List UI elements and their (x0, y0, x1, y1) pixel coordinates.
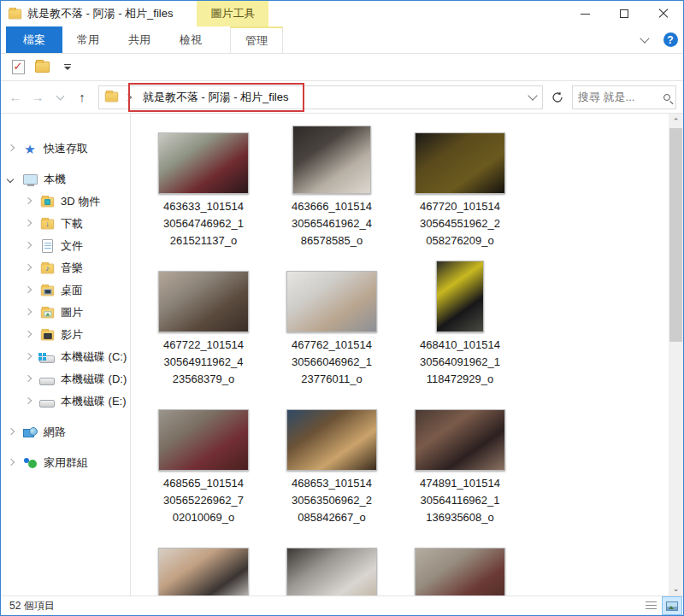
file-item[interactable]: 963773_10151430565121962_1450246371_o (396, 537, 524, 595)
tree-expander-icon[interactable] (8, 176, 15, 183)
sidebar-item[interactable]: 網路 (1, 421, 130, 443)
new-folder-button[interactable] (30, 56, 54, 79)
tree-expander-icon[interactable] (25, 354, 32, 361)
thumbnail-image[interactable] (286, 548, 377, 595)
close-button[interactable] (644, 1, 683, 26)
file-item[interactable]: 467722_10151430564911962_423568379_o (139, 261, 268, 388)
recent-locations-button[interactable] (49, 86, 71, 109)
file-item[interactable]: 467720_10151430564551962_2058276209_o (396, 122, 524, 249)
file-item[interactable]: 463633_10151430564746962_1261521137_o (139, 122, 268, 249)
tree-expander-icon[interactable] (25, 331, 32, 338)
thumbnail-image[interactable] (415, 409, 505, 471)
file-name[interactable]: 467762_10151430566046962_123776011_o (292, 337, 372, 388)
file-item[interactable]: 468653_10151430563506962_2085842667_o (268, 399, 396, 526)
tree-expander-icon[interactable] (25, 243, 32, 249)
up-button[interactable]: ↑ (71, 86, 93, 109)
thumbnail-image[interactable] (158, 548, 249, 595)
expand-ribbon-button[interactable] (632, 26, 657, 53)
sidebar-item[interactable]: ↓ 下載 (1, 213, 130, 235)
sidebar-item[interactable]: ♪ 音樂 (1, 257, 130, 279)
back-button[interactable]: ← (4, 86, 27, 109)
file-item[interactable]: 468410_10151430564091962_1118472929_o (396, 261, 524, 388)
file-name[interactable]: 468410_10151430564091962_1118472929_o (420, 337, 500, 388)
thumbnail-image[interactable] (158, 409, 249, 471)
sidebar-item[interactable]: 圖片 (1, 302, 130, 324)
thumbnail-image[interactable] (158, 271, 249, 332)
refresh-icon (551, 91, 563, 103)
file-name[interactable]: 474891_10151430564116962_1136935608_o (420, 475, 500, 526)
sidebar-item[interactable]: 本機磁碟 (D:) (1, 368, 130, 390)
thumbnail-image[interactable] (286, 271, 377, 332)
thumbnail-image[interactable] (415, 132, 505, 194)
file-name-line: 467720_101514 (420, 198, 500, 215)
file-name[interactable]: 468653_10151430563506962_2085842667_o (292, 475, 372, 526)
file-name[interactable]: 467722_10151430564911962_423568379_o (163, 337, 244, 388)
refresh-button[interactable] (546, 86, 569, 109)
file-name-line: 085842667_o (292, 509, 372, 526)
search-box[interactable]: 搜尋 就是... (572, 85, 676, 109)
sidebar-item[interactable]: ★ 快速存取 (1, 138, 130, 160)
address-path[interactable]: 就是教不落 - 阿湯 - 相片_files (138, 88, 293, 107)
vertical-scrollbar[interactable]: ⌃ ⌄ (669, 114, 683, 595)
file-item[interactable]: 736790_10151430566061962_8642605_o (268, 537, 396, 595)
scroll-down-button[interactable]: ⌄ (669, 581, 683, 595)
tree-expander-icon[interactable] (8, 145, 15, 152)
sidebar-item[interactable]: 3D 物件 (1, 191, 130, 213)
tree-expander-icon[interactable] (25, 265, 32, 272)
file-name[interactable]: 463633_10151430564746962_1261521137_o (163, 198, 244, 249)
file-name-line: 474891_101514 (420, 475, 500, 492)
sidebar-item[interactable]: 本機磁碟 (C:) (1, 346, 130, 368)
sidebar-item[interactable]: 影片 (1, 324, 130, 346)
thumbnail-image[interactable] (158, 132, 249, 194)
thumbnail-image[interactable] (286, 409, 377, 471)
file-item[interactable]: 468565_10151430565226962_702010069_o (139, 399, 268, 526)
file-item[interactable]: 463666_10151430565461962_486578585_o (268, 122, 396, 249)
tree-expander-icon[interactable] (25, 376, 32, 383)
thumbnail-image[interactable] (292, 126, 371, 194)
sidebar-item[interactable]: 文件 (1, 235, 130, 257)
tree-expander-icon[interactable] (25, 287, 32, 294)
file-name-line: 30565461962_4 (292, 215, 372, 232)
tree-expander-icon[interactable] (8, 429, 15, 436)
thumbnail-wrap (139, 122, 268, 194)
tab-share[interactable]: 共用 (114, 26, 165, 53)
tree-expander-icon[interactable] (25, 198, 32, 205)
file-item[interactable]: 467762_10151430566046962_123776011_o (268, 261, 396, 388)
scrollbar-track[interactable] (669, 128, 683, 581)
file-name-line: 136935608_o (420, 509, 500, 526)
address-dropdown-button[interactable] (523, 96, 542, 99)
file-item[interactable]: 703664_10151430565526962_1371376848_o (139, 537, 268, 595)
thumbnails-view-button[interactable] (662, 596, 682, 615)
sidebar-item[interactable]: 桌面 (1, 279, 130, 302)
file-name[interactable]: 463666_10151430565461962_486578585_o (292, 198, 372, 249)
scroll-up-button[interactable]: ⌃ (669, 114, 683, 128)
scrollbar-thumb[interactable] (669, 128, 682, 342)
tab-home[interactable]: 常用 (62, 26, 114, 53)
sidebar-item[interactable]: 本機磁碟 (E:) (1, 390, 130, 413)
file-name[interactable]: 468565_10151430565226962_702010069_o (163, 475, 244, 526)
customize-qat-button[interactable] (54, 56, 78, 79)
maximize-button[interactable] (604, 1, 644, 26)
tab-file[interactable]: 檔案 (6, 26, 62, 53)
details-view-button[interactable] (640, 596, 661, 615)
tree-expander-icon[interactable] (25, 309, 32, 316)
tree-expander-icon[interactable] (25, 220, 32, 227)
thumbnail-image[interactable] (436, 261, 484, 332)
forward-icon: → (32, 90, 44, 104)
help-button[interactable]: ? (657, 26, 683, 53)
file-item[interactable]: 474891_10151430564116962_1136935608_o (396, 399, 524, 526)
properties-button[interactable] (6, 56, 30, 79)
status-bar: 52 個項目 (1, 595, 683, 615)
forward-button[interactable]: → (27, 86, 49, 109)
address-bar[interactable]: 就是教不落 - 阿湯 - 相片_files (98, 85, 543, 109)
tab-view[interactable]: 檢視 (165, 26, 216, 53)
sidebar-item[interactable]: 本機 (1, 168, 130, 191)
tab-manage[interactable]: 管理 (230, 26, 283, 53)
sidebar-item[interactable]: 家用群組 (1, 452, 130, 474)
tree-expander-icon[interactable] (25, 398, 32, 405)
sidebar-item-icon (21, 174, 38, 185)
tree-expander-icon[interactable] (8, 460, 15, 466)
thumbnail-image[interactable] (415, 548, 505, 595)
file-name[interactable]: 467720_10151430564551962_2058276209_o (420, 198, 500, 249)
minimize-button[interactable] (565, 1, 604, 26)
